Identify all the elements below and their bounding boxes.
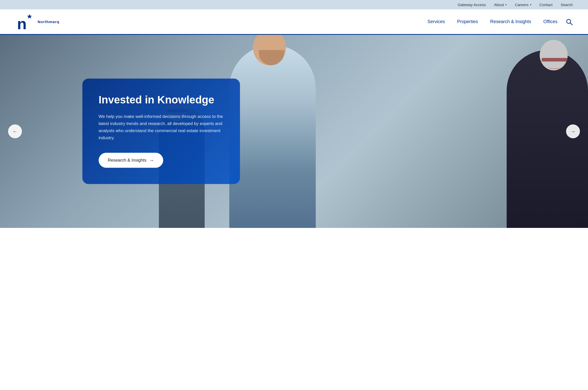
careers-link[interactable]: Careers ▾ bbox=[515, 3, 531, 7]
hero-title: Invested in Knowledge bbox=[99, 94, 224, 106]
nav-links: Services Properties Research & Insights … bbox=[427, 19, 557, 24]
main-nav: n Northmarq Services Properties Research… bbox=[0, 9, 588, 35]
careers-chevron-icon: ▾ bbox=[530, 3, 531, 6]
hero-card: Invested in Knowledge We help you make w… bbox=[82, 79, 240, 184]
search-icon bbox=[566, 18, 573, 25]
svg-line-3 bbox=[570, 23, 572, 25]
about-chevron-icon: ▾ bbox=[505, 3, 507, 6]
svg-marker-1 bbox=[27, 14, 32, 19]
cta-arrow-icon: → bbox=[149, 158, 154, 163]
logo-text: Northmarq bbox=[38, 20, 59, 24]
nav-research[interactable]: Research & Insights bbox=[490, 19, 531, 24]
utility-bar: Gateway Access About ▾ Careers ▾ Contact… bbox=[0, 0, 588, 9]
gateway-access-link[interactable]: Gateway Access bbox=[458, 3, 486, 7]
search-button[interactable] bbox=[566, 18, 573, 25]
carousel-prev-icon: ← bbox=[12, 129, 18, 134]
logo-icon: n bbox=[15, 12, 36, 32]
hero-cta-button[interactable]: Research & Insights → bbox=[99, 153, 163, 168]
svg-text:n: n bbox=[17, 15, 27, 32]
hero-section: Invested in Knowledge We help you make w… bbox=[0, 35, 588, 228]
hero-body: We help you make well-informed decisions… bbox=[99, 113, 224, 142]
carousel-next-icon: → bbox=[570, 129, 576, 134]
nav-services[interactable]: Services bbox=[427, 19, 445, 24]
carousel-prev-button[interactable]: ← bbox=[8, 124, 22, 138]
logo-link[interactable]: n Northmarq bbox=[15, 12, 59, 32]
carousel-next-button[interactable]: → bbox=[566, 124, 580, 138]
search-util-link[interactable]: Search bbox=[561, 3, 573, 7]
contact-link[interactable]: Contact bbox=[539, 3, 553, 7]
nav-properties[interactable]: Properties bbox=[457, 19, 478, 24]
about-link[interactable]: About ▾ bbox=[494, 3, 507, 7]
nav-offices[interactable]: Offices bbox=[543, 19, 557, 24]
